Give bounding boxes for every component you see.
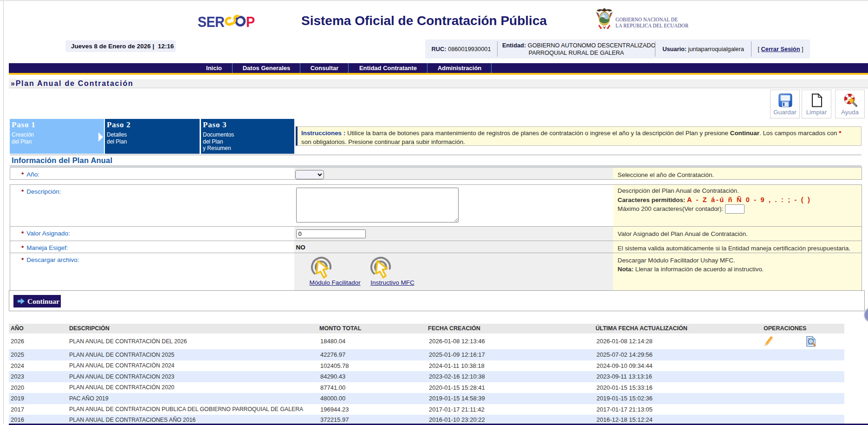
svg-text:SER: SER (198, 14, 224, 30)
svg-text:P: P (246, 14, 255, 30)
